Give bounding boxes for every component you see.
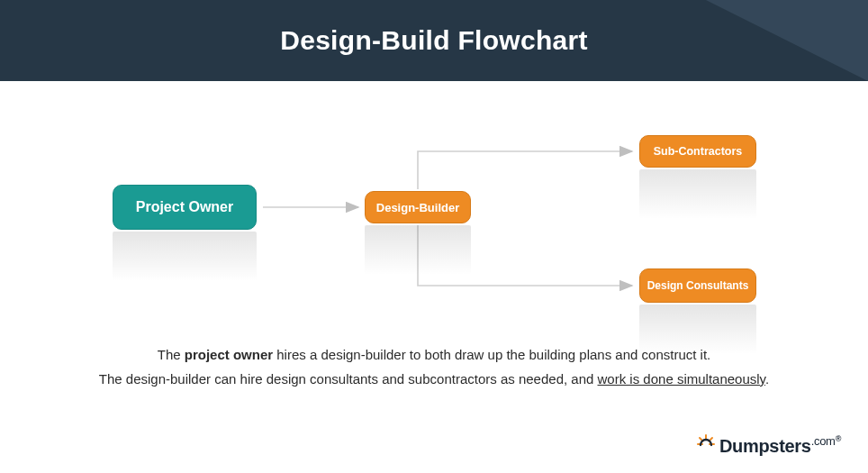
caption-line-2: The design-builder can hire design consu… <box>27 367 841 391</box>
page-title: Design-Build Flowchart <box>280 25 588 56</box>
node-design-consultants: Design Consultants <box>639 268 756 303</box>
caption-text-part: The <box>158 347 185 362</box>
logo-burst-icon <box>696 433 716 457</box>
node-sub-contractors: Sub-Contractors <box>639 135 756 168</box>
node-project-owner: Project Owner <box>113 185 257 230</box>
node-design-builder: Design-Builder <box>365 191 471 223</box>
caption-text-part: The design-builder can hire design consu… <box>99 371 598 387</box>
caption-bold: project owner <box>185 347 273 362</box>
node-shadow <box>639 305 756 354</box>
logo-suffix: .com <box>811 434 836 448</box>
node-shadow <box>113 232 257 281</box>
caption-underline: work is done simultaneously <box>598 371 765 387</box>
logo-registered: ® <box>836 434 841 443</box>
arrow-builder-to-subcontractors <box>418 151 632 189</box>
logo-text: Dumpsters.com® <box>719 434 841 457</box>
node-shadow <box>365 225 471 275</box>
node-shadow <box>639 169 756 219</box>
brand-logo: Dumpsters.com® <box>696 433 841 457</box>
header-banner: Design-Build Flowchart <box>0 0 868 81</box>
caption-text-part: . <box>765 371 769 387</box>
flowchart-canvas: Project Owner Design-Builder Sub-Contrac… <box>0 81 868 342</box>
logo-brand: Dumpsters <box>719 435 811 455</box>
